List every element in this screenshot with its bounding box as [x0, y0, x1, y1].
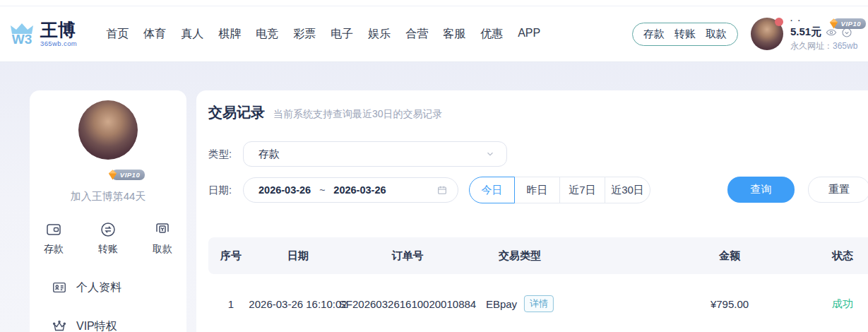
column-header-status: 状态: [832, 249, 853, 263]
page-subtitle: 当前系统支持查询最近30日的交易记录: [273, 108, 443, 121]
query-button[interactable]: 查询: [727, 177, 795, 203]
sidebar-vip-badge: VIP10: [107, 169, 145, 181]
menu-item-label: VIP特权: [76, 319, 117, 332]
site-name: 王博: [40, 20, 77, 39]
notification-dot: [775, 18, 783, 26]
calendar-icon: [436, 184, 448, 196]
row-date: 2026-03-26 16:10:02: [249, 298, 347, 310]
nav-item-live[interactable]: 真人: [181, 27, 203, 42]
nav-item-sports[interactable]: 体育: [143, 27, 166, 42]
date-range-presets: 今日 昨日 近7日 近30日: [469, 177, 650, 203]
logo-crown-icon: W3: [10, 23, 34, 46]
nav-item-promos[interactable]: 优惠: [480, 27, 503, 42]
nav-item-esports[interactable]: 电竞: [256, 27, 278, 42]
nav-item-cards[interactable]: 棋牌: [218, 27, 241, 42]
type-filter-label: 类型:: [208, 148, 243, 161]
range-yesterday-button[interactable]: 昨日: [514, 177, 560, 203]
main-nav: 首页 体育 真人 棋牌 电竞 彩票 电子 娱乐 合营 客服 优惠 APP: [106, 27, 540, 42]
date-end-value: 2026-03-26: [333, 184, 386, 196]
sidebar-transfer-button[interactable]: 转账: [98, 221, 118, 256]
range-7days-button[interactable]: 近7日: [559, 177, 605, 203]
sidebar-avatar: [78, 100, 138, 160]
type-select[interactable]: 存款: [243, 141, 507, 167]
header-withdraw-button[interactable]: 取款: [706, 28, 727, 41]
nav-item-affiliate[interactable]: 合营: [405, 27, 428, 42]
profile-sidebar: VIP10 加入王博第44天 存款 转账 取款 个人资料 VIP特权: [30, 90, 186, 332]
row-index: 1: [228, 298, 234, 310]
nav-item-home[interactable]: 首页: [106, 27, 129, 42]
transaction-records-panel: 交易记录 当前系统支持查询最近30日的交易记录 类型: 存款 日期: 2026-…: [196, 90, 868, 332]
row-type-value: EBpay: [486, 298, 517, 310]
sidebar-item-vip[interactable]: VIP特权: [52, 319, 186, 332]
type-filter-row: 类型: 存款: [208, 141, 868, 167]
chevron-down-icon: [485, 149, 495, 159]
sidebar-item-profile[interactable]: 个人资料: [52, 280, 186, 295]
table-header: 序号 日期 订单号 交易类型 金额 状态: [208, 237, 868, 274]
sidebar-withdraw-button[interactable]: 取款: [153, 221, 172, 256]
nav-item-support[interactable]: 客服: [443, 27, 465, 42]
gem-icon: [107, 169, 119, 181]
sidebar-deposit-button[interactable]: 存款: [44, 221, 64, 256]
balance-amount: 5.51元: [790, 25, 821, 39]
range-today-button[interactable]: 今日: [469, 177, 515, 203]
permanent-url-label: 永久网址：: [790, 41, 833, 51]
date-filter-label: 日期:: [208, 184, 243, 197]
table-row: 1 2026-03-26 16:10:02 SF2026032616100200…: [208, 283, 868, 324]
column-header-type: 交易类型: [499, 249, 541, 263]
date-start-value: 2026-03-26: [258, 184, 311, 196]
nav-item-entertainment[interactable]: 娱乐: [368, 27, 391, 42]
column-header-order-no: 订单号: [392, 249, 424, 263]
header-avatar[interactable]: [751, 18, 783, 50]
permanent-url: 永久网址：365wb: [790, 41, 861, 52]
header-vip-badge: VIP10: [828, 18, 866, 30]
quick-action-label: 取款: [153, 243, 172, 256]
row-amount: ¥795.00: [711, 298, 749, 310]
site-logo[interactable]: W3 王博 365wb.com: [10, 20, 77, 47]
sidebar-menu: 个人资料 VIP特权: [30, 280, 186, 332]
permanent-url-value: 365wb: [833, 41, 857, 51]
row-status: 成功: [832, 297, 853, 311]
withdraw-icon: [154, 221, 171, 238]
sidebar-quick-actions: 存款 转账 取款: [30, 221, 186, 256]
date-range-input[interactable]: 2026-03-26 ~ 2026-03-26: [243, 177, 458, 203]
quick-action-label: 存款: [44, 243, 64, 256]
top-strip: [0, 0, 868, 6]
join-days-text: 加入王博第44天: [30, 190, 186, 203]
logo-mark-text: W3: [12, 32, 32, 46]
quick-action-label: 转账: [98, 243, 118, 256]
gem-icon: [828, 18, 840, 30]
column-header-date: 日期: [287, 249, 309, 263]
header-transfer-button[interactable]: 转账: [674, 28, 696, 41]
header: W3 王博 365wb.com 首页 体育 真人 棋牌 电竞 彩票 电子 娱乐 …: [0, 6, 868, 62]
wallet-icon: [45, 221, 62, 238]
nav-item-slots[interactable]: 电子: [331, 27, 353, 42]
header-deposit-button[interactable]: 存款: [643, 28, 665, 41]
transfer-icon: [100, 221, 117, 238]
detail-button[interactable]: 详情: [524, 295, 554, 312]
row-order-no: SF202603261610020010884: [339, 298, 476, 310]
id-card-icon: [52, 280, 67, 295]
reset-button[interactable]: 重置: [808, 177, 868, 203]
wallet-actions-pill: 存款 转账 取款: [632, 23, 738, 46]
site-domain: 365wb.com: [40, 40, 77, 47]
crown-icon: [52, 319, 67, 332]
menu-item-label: 个人资料: [76, 280, 121, 295]
row-type-cell: EBpay 详情: [486, 295, 554, 312]
date-separator: ~: [319, 184, 325, 196]
page-title: 交易记录: [208, 103, 265, 122]
column-header-index: 序号: [220, 249, 242, 263]
column-header-amount: 金额: [719, 249, 740, 263]
nav-item-app[interactable]: APP: [518, 27, 540, 42]
nav-item-lottery[interactable]: 彩票: [293, 27, 316, 42]
range-30days-button[interactable]: 近30日: [605, 177, 650, 203]
date-filter-row: 日期: 2026-03-26 ~ 2026-03-26 今日 昨日 近7日 近3…: [208, 177, 868, 203]
type-select-value: 存款: [258, 148, 280, 161]
